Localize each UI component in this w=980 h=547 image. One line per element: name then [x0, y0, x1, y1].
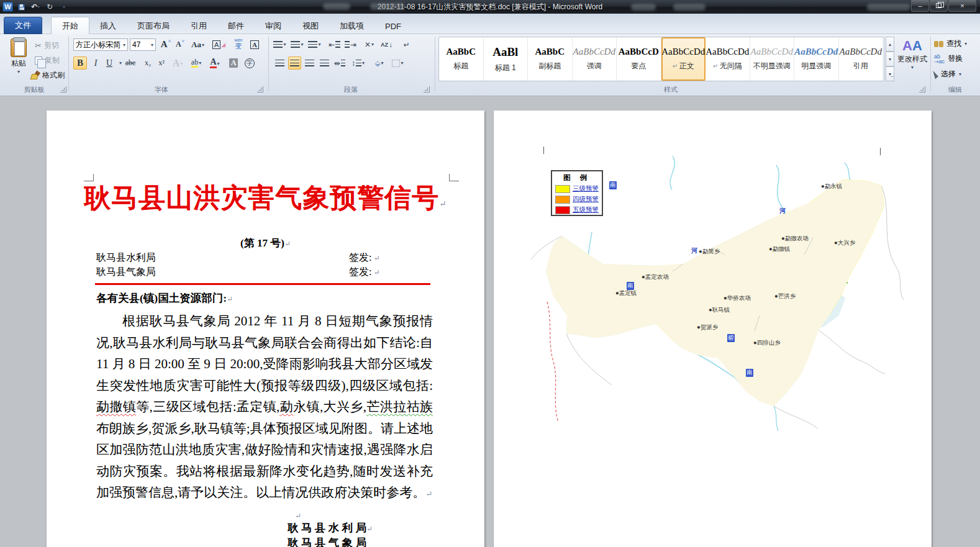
highlight-color-button[interactable]: ab▾ [190, 57, 202, 70]
strikethrough-button[interactable]: abc [124, 57, 137, 70]
shrink-font-button[interactable]: A˅ [174, 38, 186, 51]
legend-swatch [555, 185, 570, 193]
style-标题[interactable]: AaBbC标题 [439, 37, 484, 81]
window-title: 2012-11-08 16-17山洪灾害预警文档.doc [兼容模式] - Mi… [0, 2, 980, 12]
tab-视图[interactable]: 视图 [292, 18, 329, 34]
tab-审阅[interactable]: 审阅 [255, 18, 292, 34]
minimize-button[interactable]: – [911, 0, 929, 12]
undo-icon[interactable]: ↶▾ [30, 2, 41, 12]
decrease-indent-button[interactable]: ⇤ [328, 38, 341, 51]
redaction-smudge [673, 4, 706, 11]
find-button[interactable]: 查找▾ [934, 38, 967, 49]
cut-button[interactable]: ✂ 剪切 [35, 38, 59, 52]
replace-icon: ab⇢ac [934, 54, 945, 64]
tab-邮件[interactable]: 邮件 [217, 18, 255, 34]
line-spacing-button[interactable]: ↕▾ [352, 57, 365, 70]
map-label-town: ●华侨农场 [724, 294, 751, 302]
redo-icon[interactable]: ↻ [44, 2, 55, 12]
clear-formatting-button[interactable]: A◢ [212, 38, 225, 51]
style-正文[interactable]: AaBbCcDd↵ 正文 [661, 37, 706, 81]
font-name-dropdown-arrow[interactable]: ▾ [123, 42, 125, 48]
styles-dialog-launcher[interactable] [919, 86, 925, 93]
paragraph-dialog-launcher[interactable] [424, 86, 430, 93]
change-styles-button[interactable]: AA 更改样式 ▾ [897, 38, 928, 83]
align-right-button[interactable] [303, 57, 316, 70]
format-painter-button[interactable]: 格式刷 [31, 68, 65, 82]
style-明显强调[interactable]: AaBbCcDd明显强调 [794, 37, 839, 81]
font-color-button[interactable]: A▾ [209, 57, 221, 70]
restore-button[interactable] [930, 0, 948, 12]
numbering-button[interactable]: ▾ [291, 38, 304, 51]
tab-开始[interactable]: 开始 [51, 17, 89, 34]
style-不明显强调[interactable]: AaBbCcDd不明显强调 [750, 37, 795, 81]
multilevel-list-button[interactable]: ▾ [308, 38, 321, 51]
text-effects-button[interactable]: A▾ [171, 57, 184, 70]
clipboard-dialog-launcher[interactable] [60, 86, 66, 93]
asian-layout-button[interactable]: ✕▾ [363, 38, 376, 51]
change-case-button[interactable]: Aa▾ [191, 38, 204, 51]
distribute-button[interactable]: ⇹ [333, 57, 346, 70]
phonetic-guide-button[interactable]: wén 变 [232, 37, 245, 50]
font-dialog-launcher[interactable] [257, 86, 263, 93]
superscript-button[interactable]: x² [155, 57, 168, 70]
sort-button[interactable]: AZ↓ [380, 38, 393, 51]
tab-引用[interactable]: 引用 [180, 18, 217, 34]
justify-button[interactable] [318, 57, 331, 70]
body-segment: 芒洪拉祜族 [366, 399, 433, 414]
underline-button[interactable]: U [103, 57, 116, 70]
align-left-button[interactable] [273, 57, 286, 70]
document-page-1[interactable]: 耿马县山洪灾害气象预警信号↵ (第 17 号)↵ 耿马县水利局签发: ↵耿马县气… [47, 111, 484, 547]
subscript-button[interactable]: x₂ [142, 57, 154, 70]
font-size-dropdown-arrow[interactable]: ▾ [151, 42, 153, 48]
save-icon[interactable] [16, 2, 27, 12]
doc-body-paragraph: 根据耿马县气象局 2012 年 11 月 8 日短期气象预报情况,耿马县水利局与… [96, 310, 433, 505]
increase-indent-button[interactable]: ⇥ [344, 38, 357, 51]
qat-customize-icon[interactable]: ▾ [58, 2, 70, 12]
style-preview: AaBbCcDd [751, 47, 793, 57]
copy-button[interactable]: 复制 [35, 53, 60, 67]
select-button[interactable]: 选择▾ [934, 69, 961, 79]
tab-插入[interactable]: 插入 [89, 18, 127, 34]
show-marks-button[interactable]: ↵ [400, 38, 413, 51]
paste-button[interactable]: 粘贴 ▾ [5, 37, 32, 83]
character-border-button[interactable]: A [248, 38, 261, 51]
body-segment: 布朗族乡,贺派乡,耿马镇等;具体预报区域见附图。请上述地区加强防范山洪地质灾害,… [96, 421, 433, 500]
map-label-river: 南 [609, 181, 617, 189]
word-app-icon[interactable]: W [2, 2, 13, 12]
shading-fill-button[interactable]: ⬙▾ [373, 57, 386, 70]
sign-label: 签发: ↵ [349, 266, 380, 279]
replace-button[interactable]: ab⇢ac 替换 [934, 53, 963, 64]
doc-issue-number: (第 17 号)↵ [47, 236, 484, 250]
gallery-scroll-up[interactable]: ▲ [886, 37, 894, 52]
tab-页面布局[interactable]: 页面布局 [127, 18, 180, 34]
map-label-town: ●贺派乡 [697, 323, 718, 332]
bold-button[interactable]: B [73, 57, 87, 70]
document-page-2[interactable]: 图 例 三级预警四级预警五级预警 ●勐永镇●勐撒农场●勐撒镇●大兴乡●勐简乡●孟… [494, 111, 932, 547]
close-button[interactable]: × [948, 0, 976, 12]
borders-button[interactable]: ▾ [391, 57, 404, 70]
font-size-combo[interactable]: 47 ▾ [130, 38, 156, 51]
style-强调[interactable]: AaBbCcDd强调 [573, 37, 617, 81]
style-副标题[interactable]: AaBbC副标题 [528, 37, 573, 81]
style-preview: AaBbCcDd [706, 47, 749, 57]
style-要点[interactable]: AaBbCcD要点 [617, 37, 661, 81]
font-name-combo[interactable]: 方正小标宋简 ▾ [73, 38, 128, 51]
style-标题 1[interactable]: AaBl标题 1 [484, 37, 529, 81]
character-shading-button[interactable]: A [227, 57, 240, 70]
style-label: 标题 1 [495, 63, 516, 73]
style-无间隔[interactable]: AaBbCcDd↵ 无间隔 [706, 37, 750, 81]
tab-加载项[interactable]: 加载项 [329, 18, 374, 34]
style-引用[interactable]: AaBbCcDd引用 [839, 37, 884, 81]
paste-dropdown-arrow[interactable]: ▾ [5, 69, 32, 75]
gallery-expand[interactable]: ▼̲ [886, 66, 894, 81]
gallery-scroll-down[interactable]: ▼ [886, 52, 894, 66]
document-area[interactable]: 耿马县山洪灾害气象预警信号↵ (第 17 号)↵ 耿马县水利局签发: ↵耿马县气… [0, 96, 980, 547]
italic-button[interactable]: I [89, 57, 102, 70]
enclose-characters-button[interactable]: 字 [243, 57, 256, 70]
bullets-button[interactable]: ▾ [273, 38, 286, 51]
style-label: ↵ 无间隔 [713, 61, 742, 71]
tab-PDF[interactable]: PDF [374, 18, 412, 34]
tab-文件[interactable]: 文件 [4, 17, 42, 34]
align-center-button[interactable] [288, 57, 301, 70]
grow-font-button[interactable]: A˄ [160, 38, 172, 51]
